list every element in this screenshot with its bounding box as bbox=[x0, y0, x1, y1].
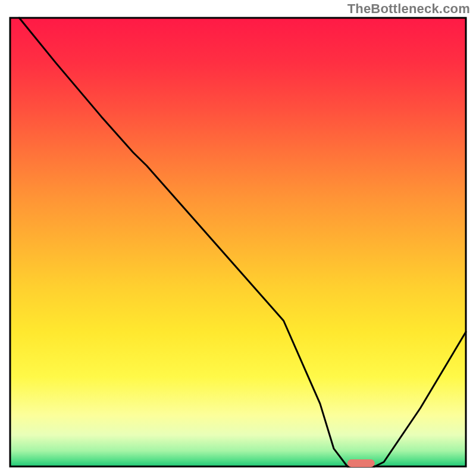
chart-svg bbox=[0, 0, 476, 476]
gradient-background bbox=[10, 18, 466, 466]
watermark-text: TheBottleneck.com bbox=[347, 1, 470, 17]
bottleneck-chart: TheBottleneck.com bbox=[0, 0, 476, 476]
optimal-marker bbox=[347, 459, 375, 467]
